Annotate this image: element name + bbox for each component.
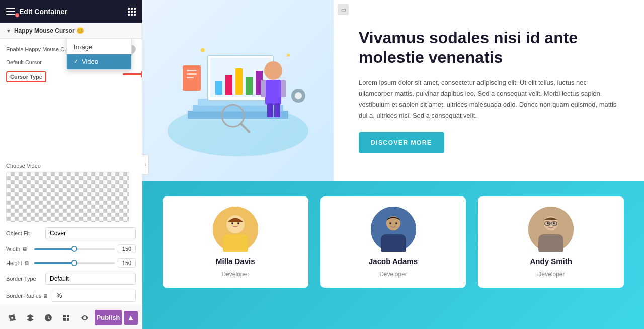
panel-collapse-button[interactable]: ‹ — [142, 155, 149, 175]
hamburger-wrapper — [6, 8, 15, 15]
monitor-icon-height: 🖥 — [24, 260, 29, 266]
border-type-select[interactable]: Default — [45, 273, 136, 285]
svg-rect-21 — [187, 73, 197, 75]
svg-point-41 — [547, 222, 549, 224]
hamburger-icon[interactable] — [6, 8, 15, 15]
arrow-annotation: 1 — [123, 67, 142, 81]
svg-rect-22 — [187, 77, 194, 78]
svg-rect-16 — [274, 103, 280, 117]
svg-rect-15 — [267, 103, 273, 117]
chevron-up-button[interactable]: ▲ — [124, 311, 138, 325]
cursor-type-label: Cursor Type — [6, 71, 46, 82]
choose-video-label: Choose Video — [6, 163, 136, 169]
cursor-type-row: Cursor Type Text Color Icon Image — [6, 71, 136, 82]
hero-title: Vivamus sodales nisi id ante molestie ve… — [359, 28, 619, 67]
width-value[interactable]: 150 — [118, 244, 136, 253]
width-slider[interactable] — [34, 248, 115, 250]
section-title: Happy Mouse Cursor 😊 — [14, 27, 84, 34]
svg-rect-12 — [265, 80, 281, 105]
avatar-andy — [528, 207, 574, 252]
grid-icon[interactable] — [128, 8, 136, 16]
svg-point-31 — [231, 222, 233, 224]
border-type-row: Border Type Default — [6, 273, 136, 285]
monitor-icon: 🖥 — [22, 246, 27, 252]
panel-footer: Publish ▲ — [0, 306, 142, 329]
team-name-1: Jacob Adams — [369, 257, 418, 266]
svg-rect-9 — [246, 77, 253, 95]
svg-rect-35 — [381, 234, 406, 252]
checkmark-icon: ✓ — [74, 58, 78, 65]
dropdown-item-video[interactable]: ✓ Video — [67, 54, 131, 69]
border-radius-label: Border Radius 🖥 — [6, 293, 48, 299]
monitor-icon-border: 🖥 — [43, 293, 48, 299]
svg-point-24 — [295, 92, 302, 99]
hero-text-side: ▭ Vivamus sodales nisi id ante molestie … — [334, 0, 644, 181]
svg-rect-6 — [215, 81, 222, 95]
svg-point-36 — [389, 222, 391, 224]
panel-header: Edit Container — [0, 0, 142, 23]
avatar-svg-milla — [213, 207, 258, 252]
team-card-1: Jacob Adams Developer — [320, 196, 466, 288]
svg-rect-14 — [281, 80, 286, 97]
svg-rect-8 — [235, 68, 243, 95]
panel-content: Enable Happy Mouse Cursor Default Cursor… — [0, 39, 142, 306]
svg-point-42 — [553, 222, 555, 224]
chevron-down-icon: ▼ — [6, 28, 11, 34]
choose-video-section: Choose Video — [6, 163, 136, 222]
cursor-type-dropdown[interactable]: Text Color Icon Image ✓ Video — [66, 39, 132, 70]
svg-point-37 — [395, 222, 397, 224]
hero-section: ▭ Vivamus sodales nisi id ante molestie … — [142, 0, 644, 181]
notification-dot — [15, 13, 19, 17]
left-panel: Edit Container ▼ Happy Mouse Cursor 😊 En… — [0, 0, 142, 329]
collapse-button[interactable]: ▭ — [338, 4, 349, 15]
panel-header-left: Edit Container — [6, 8, 67, 16]
height-slider-thumb[interactable] — [71, 260, 77, 266]
discover-more-button[interactable]: DISCOVER MORE — [359, 132, 444, 153]
height-slider[interactable] — [34, 262, 115, 264]
dropdown-item-image-label: Image — [74, 43, 92, 51]
width-label: Width 🖥 — [6, 246, 31, 252]
width-slider-fill — [34, 248, 74, 250]
team-card-0: Milla Davis Developer — [163, 196, 308, 288]
video-preview[interactable] — [6, 172, 129, 222]
team-role-0: Developer — [221, 271, 249, 278]
svg-rect-13 — [261, 80, 266, 97]
arrow-head — [141, 71, 142, 78]
avatar-svg-jacob — [371, 207, 416, 252]
object-fit-label: Object Fit — [6, 230, 41, 236]
publish-button[interactable]: Publish — [95, 310, 122, 325]
object-fit-row: Object Fit Cover — [6, 227, 136, 239]
panel-title: Edit Container — [19, 8, 67, 16]
height-slider-fill — [34, 262, 74, 264]
history-icon-btn[interactable] — [40, 310, 56, 326]
width-slider-thumb[interactable] — [71, 246, 77, 252]
object-fit-select[interactable]: Cover — [45, 227, 136, 239]
svg-rect-29 — [223, 234, 248, 252]
border-type-label: Border Type — [6, 276, 41, 282]
eye-icon-btn[interactable] — [76, 310, 93, 326]
red-arrow — [123, 69, 142, 79]
svg-rect-7 — [225, 75, 232, 95]
height-row: Height 🖥 150 — [6, 258, 136, 268]
team-card-2: Andy Smith Developer — [478, 196, 624, 288]
settings-icon-btn[interactable] — [4, 310, 20, 326]
layers-icon-btn[interactable] — [22, 310, 38, 326]
border-radius-unit-select[interactable]: % — [52, 290, 136, 302]
section-header: ▼ Happy Mouse Cursor 😊 — [0, 23, 142, 39]
hero-image-side — [142, 0, 334, 181]
team-section: Milla Davis Developer Jacob Adams Develo… — [142, 181, 644, 329]
svg-point-11 — [264, 61, 282, 80]
border-radius-row: Border Radius 🖥 % — [6, 290, 136, 302]
avatar-svg-andy — [528, 207, 574, 252]
arrow-shaft — [123, 73, 142, 75]
dropdown-item-image[interactable]: Image — [67, 40, 131, 54]
templates-icon-btn[interactable] — [58, 310, 74, 326]
height-value[interactable]: 150 — [118, 258, 136, 268]
width-row: Width 🖥 150 — [6, 244, 136, 253]
height-label: Height 🖥 — [6, 260, 31, 266]
svg-rect-20 — [187, 70, 197, 71]
team-role-1: Developer — [379, 271, 407, 278]
hero-illustration — [152, 15, 324, 166]
svg-point-26 — [287, 54, 290, 57]
team-name-2: Andy Smith — [530, 257, 572, 266]
